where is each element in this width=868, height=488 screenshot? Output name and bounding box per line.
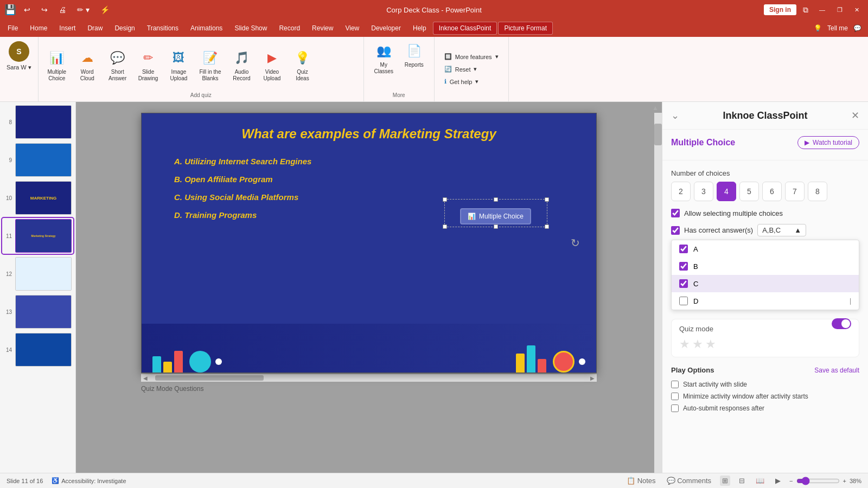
menu-picture-format[interactable]: Picture Format	[498, 22, 553, 35]
reset-label: Reset	[455, 66, 471, 73]
menu-help[interactable]: Help	[407, 22, 432, 34]
cp-chevron-btn[interactable]: ⌄	[671, 110, 679, 121]
restore-down-btn[interactable]: ⧉	[800, 4, 812, 16]
choice-6-btn[interactable]: 6	[762, 182, 782, 201]
accessibility-status[interactable]: ♿ Accessibility: Investigate	[52, 477, 126, 484]
choice-7-btn[interactable]: 7	[785, 182, 805, 201]
answer-c-checkbox[interactable]	[679, 279, 688, 288]
play-option-2-checkbox[interactable]	[671, 393, 679, 400]
choice-3-btn[interactable]: 3	[694, 182, 713, 201]
dropdown-item-c[interactable]: C	[672, 275, 859, 292]
scroll-right-btn[interactable]: ▶	[588, 375, 597, 381]
menu-draw[interactable]: Draw	[82, 22, 108, 34]
menu-developer[interactable]: Developer	[366, 22, 406, 34]
comments-btn[interactable]: 💬 Comments	[665, 476, 713, 486]
menu-record[interactable]: Record	[273, 22, 305, 34]
choice-8-btn[interactable]: 8	[808, 182, 827, 201]
refresh-icon[interactable]: ↻	[571, 236, 580, 249]
mc-badge-icon: 📊	[468, 213, 476, 220]
redo-btn[interactable]: ↪	[38, 4, 51, 15]
answer-a-checkbox[interactable]	[679, 245, 688, 253]
menu-file[interactable]: File	[2, 22, 23, 34]
dropdown-item-a[interactable]: A	[672, 240, 859, 258]
slide-thumb-8[interactable]: 8	[2, 104, 73, 140]
scroll-up-btn[interactable]: ▲	[652, 104, 659, 112]
word-cloud-btn[interactable]: ☁ WordCloud	[73, 46, 101, 84]
reading-view-btn[interactable]: 📖	[754, 476, 767, 486]
slide-thumb-12[interactable]: 12	[2, 256, 73, 292]
customize-btn[interactable]: 🖨	[55, 4, 69, 15]
slide-drawing-btn[interactable]: ✏ SlideDrawing	[134, 46, 163, 84]
has-correct-answer-checkbox[interactable]	[671, 226, 680, 235]
zoom-slider[interactable]	[796, 477, 840, 485]
presentation-btn[interactable]: ▶	[773, 476, 783, 486]
slide-thumb-14[interactable]: 14	[2, 332, 73, 368]
play-option-3-checkbox[interactable]	[671, 404, 679, 412]
menu-review[interactable]: Review	[307, 22, 339, 34]
watch-tutorial-btn[interactable]: ▶ Watch tutorial	[797, 136, 859, 149]
dropdown-item-b[interactable]: B	[672, 258, 859, 275]
choice-2-btn[interactable]: 2	[671, 182, 691, 201]
hscroll-thumb[interactable]	[155, 375, 264, 381]
slide-thumb-10[interactable]: 10 MARKETING	[2, 180, 73, 216]
slide-thumb-13[interactable]: 13	[2, 294, 73, 330]
menu-insert[interactable]: Insert	[54, 22, 81, 34]
zoom-control: − + 38%	[789, 477, 861, 485]
slide-thumb-9[interactable]: 9	[2, 142, 73, 178]
extra-btn[interactable]: ⚡	[97, 4, 113, 15]
quiz-mode-toggle[interactable]	[832, 318, 851, 329]
audio-record-btn[interactable]: 🎵 AudioRecord	[227, 46, 256, 84]
reports-btn[interactable]: 📄 Reports	[400, 39, 428, 77]
dropdown-item-d[interactable]: D |	[672, 292, 859, 310]
minimize-btn[interactable]: —	[815, 7, 829, 13]
get-help-btn[interactable]: ℹ Get help ▾	[441, 76, 502, 87]
vscroll-thumb[interactable]	[654, 124, 662, 145]
answer-d-checkbox[interactable]	[679, 297, 688, 305]
answer-b-checkbox[interactable]	[679, 262, 688, 271]
slide-vscrollbar[interactable]	[654, 113, 662, 473]
menu-bar: File Home Insert Draw Design Transitions…	[0, 20, 868, 37]
fill-blanks-btn[interactable]: 📝 Fill in theBlanks	[195, 46, 225, 84]
mc-badge[interactable]: 📊 Multiple Choice	[460, 208, 531, 224]
play-option-1-checkbox[interactable]	[671, 381, 679, 388]
save-as-default-link[interactable]: Save as default	[814, 367, 859, 374]
scroll-left-btn[interactable]: ◀	[141, 375, 150, 381]
undo-btn[interactable]: ↩	[21, 4, 34, 15]
menu-design[interactable]: Design	[109, 22, 140, 34]
user-name: Sara W ▾	[7, 64, 31, 71]
menu-home[interactable]: Home	[24, 22, 53, 34]
maximize-btn[interactable]: ❐	[833, 7, 847, 14]
menu-transitions[interactable]: Transitions	[142, 22, 184, 34]
choice-5-btn[interactable]: 5	[739, 182, 759, 201]
close-btn[interactable]: ✕	[850, 7, 864, 14]
more-features-btn[interactable]: 🔲 More features ▾	[441, 52, 502, 62]
quiz-ideas-btn[interactable]: 💡 QuizIdeas	[288, 46, 316, 84]
answer-a-label: A	[693, 245, 698, 253]
menu-classpoint[interactable]: Inknoe ClassPoint	[433, 22, 497, 35]
zoom-out-icon[interactable]: −	[789, 478, 793, 484]
allow-multiple-checkbox[interactable]	[671, 209, 680, 217]
menu-animations[interactable]: Animations	[185, 22, 228, 34]
more-btn[interactable]: ✏ ▾	[74, 4, 93, 15]
my-classes-btn[interactable]: 👥 MyClasses	[369, 39, 398, 77]
menu-view[interactable]: View	[340, 22, 365, 34]
zoom-in-icon[interactable]: +	[843, 478, 846, 484]
menu-slideshow[interactable]: Slide Show	[229, 22, 272, 34]
sign-in-button[interactable]: Sign in	[764, 4, 796, 15]
choice-4-btn[interactable]: 4	[717, 182, 736, 201]
correct-answer-dropdown[interactable]: A,B,C ▲	[757, 224, 806, 236]
dropdown-arrow-icon: ▲	[794, 226, 801, 234]
notes-btn[interactable]: 📋 Notes	[624, 476, 658, 486]
audio-record-icon: 🎵	[232, 48, 251, 68]
slide-hscrollbar[interactable]: ◀ ▶	[141, 374, 597, 382]
slide-thumb-11[interactable]: 11 Marketing Strategy	[2, 218, 73, 254]
video-upload-btn[interactable]: ▶ VideoUpload	[258, 46, 286, 84]
slide-sorter-btn[interactable]: ⊟	[737, 476, 747, 486]
reset-btn[interactable]: 🔄 Reset ▾	[441, 64, 502, 74]
answer-c-label: C	[693, 280, 698, 288]
image-upload-btn[interactable]: 🖼 ImageUpload	[164, 46, 193, 84]
multiple-choice-btn[interactable]: 📊 MultipleChoice	[43, 46, 71, 84]
normal-view-btn[interactable]: ⊞	[720, 476, 730, 486]
cp-close-btn[interactable]: ✕	[851, 110, 859, 121]
short-answer-btn[interactable]: 💬 ShortAnswer	[104, 46, 132, 84]
